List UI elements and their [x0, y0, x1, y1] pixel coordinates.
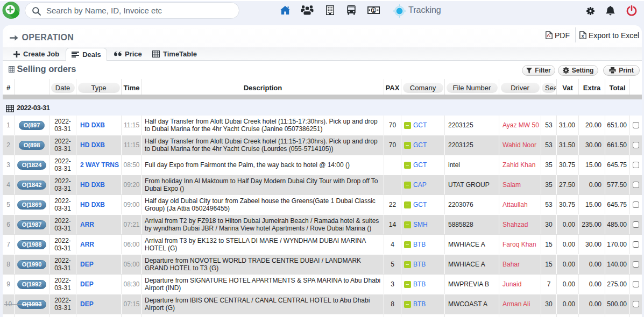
- svg-text:1: 1: [372, 8, 375, 13]
- svg-text:x: x: [582, 33, 584, 39]
